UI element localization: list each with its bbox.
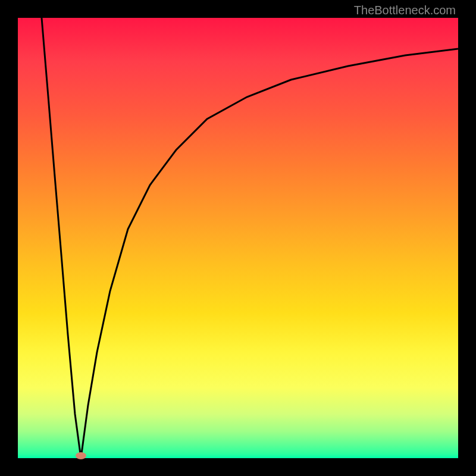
curve-svg [18,18,458,458]
minimum-marker [76,452,86,459]
watermark-text: TheBottleneck.com [354,4,456,17]
right-curve-branch [81,49,458,458]
left-curve-branch [42,18,81,458]
chart-area [18,18,458,458]
